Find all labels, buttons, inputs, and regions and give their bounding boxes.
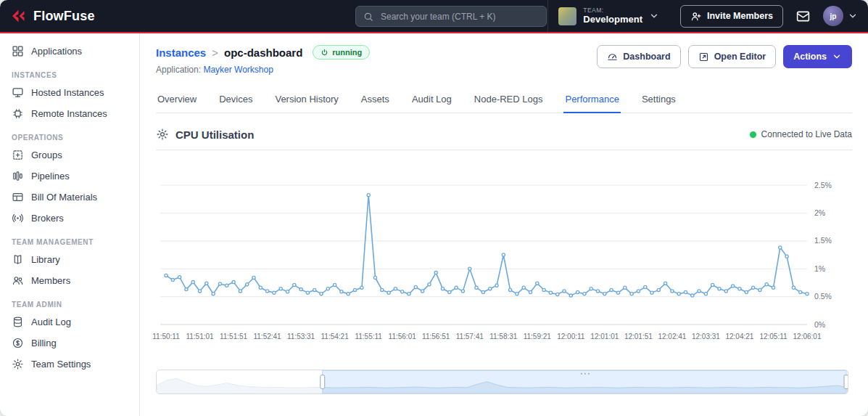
- svg-text:12:01:51: 12:01:51: [624, 333, 653, 340]
- tab-performance[interactable]: Performance: [563, 88, 620, 113]
- sidebar: Applications INSTANCES Hosted Instances …: [0, 33, 140, 416]
- hosted-instances-icon: [12, 86, 24, 99]
- power-icon: [321, 49, 328, 57]
- svg-text:12:01:01: 12:01:01: [590, 333, 619, 340]
- svg-text:11:59:21: 11:59:21: [524, 333, 552, 340]
- sidebar-item-billing[interactable]: Billing: [0, 333, 139, 354]
- svg-text:12:02:41: 12:02:41: [658, 333, 686, 340]
- tab-version-history[interactable]: Version History: [273, 88, 339, 113]
- navigator-right-handle[interactable]: [844, 375, 848, 389]
- user-menu[interactable]: jp: [823, 6, 858, 26]
- brokers-icon: [12, 212, 24, 224]
- page-title: opc-dashboard: [224, 46, 302, 59]
- svg-text:2.5%: 2.5%: [814, 181, 832, 189]
- live-data-status: Connected to Live Data: [750, 129, 852, 139]
- svg-text:12:06:01: 12:06:01: [793, 333, 822, 340]
- svg-text:11:58:31: 11:58:31: [489, 333, 518, 340]
- chart-range-navigator[interactable]: [156, 370, 848, 394]
- groups-icon: [12, 149, 24, 161]
- breadcrumb: Instances > opc-dashboard running: [156, 45, 370, 60]
- sidebar-item-brokers[interactable]: Brokers: [0, 208, 139, 229]
- navigator-chart[interactable]: [157, 370, 848, 393]
- svg-text:12:05:11: 12:05:11: [759, 333, 788, 340]
- invite-members-button[interactable]: Invite Members: [680, 5, 783, 28]
- notifications-button[interactable]: [794, 7, 812, 25]
- svg-text:11:56:51: 11:56:51: [422, 333, 450, 340]
- navigator-selection[interactable]: [323, 370, 846, 393]
- svg-text:1.5%: 1.5%: [814, 236, 832, 245]
- svg-text:11:50:11: 11:50:11: [152, 333, 180, 340]
- pipelines-icon: [12, 170, 24, 182]
- status-badge: running: [313, 45, 370, 60]
- svg-text:0%: 0%: [814, 320, 825, 329]
- tab-overview[interactable]: Overview: [156, 88, 198, 113]
- audit-log-icon: [12, 316, 24, 328]
- svg-text:0.5%: 0.5%: [814, 292, 832, 301]
- application-line: Application: Mayker Workshop: [156, 65, 370, 75]
- svg-text:2%: 2%: [814, 208, 825, 217]
- chevron-down-icon: [649, 11, 659, 21]
- navigator-left-handle[interactable]: [321, 375, 325, 389]
- sidebar-item-audit-log[interactable]: Audit Log: [0, 311, 139, 333]
- search-input[interactable]: [379, 11, 539, 23]
- applications-icon: [12, 45, 24, 57]
- chevron-down-icon: [848, 11, 858, 21]
- tab-node-red-logs[interactable]: Node-RED Logs: [473, 88, 545, 113]
- user-plus-icon: [690, 11, 701, 22]
- svg-text:11:51:51: 11:51:51: [220, 333, 248, 340]
- dashboard-icon: [607, 52, 618, 62]
- invite-members-label: Invite Members: [707, 11, 773, 21]
- sidebar-item-groups[interactable]: Groups: [0, 144, 139, 166]
- tab-audit-log[interactable]: Audit Log: [410, 88, 453, 113]
- sidebar-item-applications[interactable]: Applications: [0, 41, 139, 62]
- members-icon: [12, 274, 24, 287]
- actions-button[interactable]: Actions: [783, 45, 852, 68]
- brand[interactable]: FlowFuse: [10, 7, 95, 25]
- team-search[interactable]: [355, 6, 547, 27]
- envelope-icon: [795, 9, 811, 24]
- tab-devices[interactable]: Devices: [218, 88, 254, 113]
- app-window: FlowFuse TEAM: Development Invite Member…: [0, 0, 868, 416]
- library-icon: [12, 253, 24, 266]
- sidebar-item-bill-of-materials[interactable]: Bill Of Materials: [0, 187, 139, 208]
- gear-icon: [156, 128, 169, 141]
- tab-bar: Overview Devices Version History Assets …: [156, 88, 852, 113]
- breadcrumb-separator: >: [212, 46, 218, 59]
- svg-text:11:55:11: 11:55:11: [355, 333, 382, 340]
- sidebar-item-hosted-instances[interactable]: Hosted Instances: [0, 82, 139, 103]
- billing-icon: [12, 337, 24, 349]
- application-link[interactable]: Mayker Workshop: [203, 65, 273, 75]
- svg-text:11:56:01: 11:56:01: [389, 333, 417, 340]
- cpu-series-line: [166, 195, 807, 295]
- svg-text:12:00:11: 12:00:11: [557, 333, 585, 340]
- svg-text:11:54:21: 11:54:21: [321, 333, 350, 340]
- sidebar-item-pipelines[interactable]: Pipelines: [0, 166, 139, 187]
- sidebar-item-members[interactable]: Members: [0, 270, 139, 291]
- sidebar-section-instances: INSTANCES: [0, 62, 139, 82]
- svg-text:11:51:01: 11:51:01: [186, 333, 214, 340]
- live-dot-icon: [750, 131, 756, 138]
- svg-text:11:53:31: 11:53:31: [287, 333, 315, 340]
- svg-text:12:03:31: 12:03:31: [692, 333, 720, 340]
- bill-of-materials-icon: [12, 191, 24, 203]
- application-label: Application:: [156, 65, 201, 75]
- sidebar-item-library[interactable]: Library: [0, 249, 139, 270]
- open-editor-icon: [698, 52, 709, 62]
- sidebar-item-remote-instances[interactable]: Remote Instances: [0, 103, 139, 124]
- search-icon: [363, 12, 373, 22]
- cpu-utilisation-chart: 0%0.5%1%1.5%2%2.5%11:50:1111:51:0111:51:…: [156, 160, 848, 358]
- tab-settings[interactable]: Settings: [640, 88, 677, 113]
- brand-name: FlowFuse: [33, 9, 95, 24]
- open-editor-button[interactable]: Open Editor: [688, 45, 777, 68]
- svg-text:11:57:41: 11:57:41: [456, 333, 484, 340]
- dashboard-button[interactable]: Dashboard: [597, 45, 680, 68]
- team-selector[interactable]: TEAM: Development: [547, 0, 669, 33]
- user-avatar: jp: [823, 6, 843, 26]
- remote-instances-icon: [12, 107, 24, 120]
- tab-assets[interactable]: Assets: [360, 88, 391, 113]
- team-avatar: [558, 7, 576, 25]
- gear-icon: [12, 358, 24, 370]
- breadcrumb-instances-link[interactable]: Instances: [156, 46, 206, 59]
- sidebar-item-team-settings[interactable]: Team Settings: [0, 354, 139, 375]
- sidebar-section-team-management: TEAM MANAGEMENT: [0, 229, 139, 249]
